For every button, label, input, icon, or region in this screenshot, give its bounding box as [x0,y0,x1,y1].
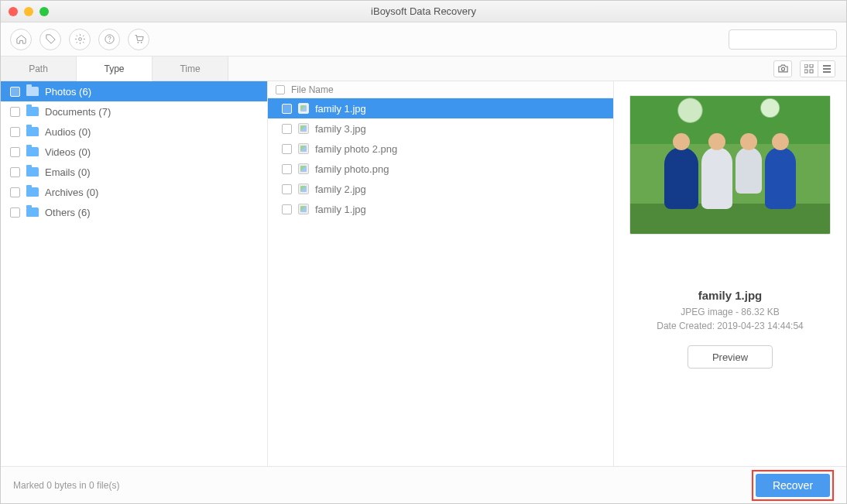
family-photo-illustration [630,96,830,234]
image-file-icon [298,123,309,134]
checkbox[interactable] [282,204,292,214]
app-window: iBoysoft Data Recovery ✕ Path Type Time [0,0,847,504]
checkbox[interactable] [10,187,20,197]
tab-type[interactable]: Type [77,57,153,81]
image-file-icon [298,204,309,214]
grid-icon [804,64,814,74]
cart-button[interactable] [128,29,149,50]
checkbox[interactable] [10,207,20,218]
checkbox[interactable] [10,87,20,97]
svg-rect-10 [810,70,813,73]
sidebar-item-label: Photos (6) [45,86,91,98]
tab-time[interactable]: Time [153,57,228,81]
image-file-icon [298,183,309,194]
question-icon [104,33,115,45]
camera-icon [777,63,789,74]
file-row[interactable]: family 1.jpg [268,199,613,219]
help-button[interactable] [98,29,120,50]
folder-icon [26,207,39,217]
sidebar-item-others[interactable]: Others (6) [1,202,267,222]
file-name: family 1.jpg [315,103,366,115]
file-name: family 2.jpg [315,183,366,195]
preview-filename: family 1.jpg [698,289,763,302]
view-mode-toggle [800,60,835,77]
home-button[interactable] [10,29,32,50]
sidebar-item-audios[interactable]: Audios (0) [1,122,267,142]
svg-point-2 [108,41,109,42]
image-file-icon [298,103,309,114]
tag-icon [45,33,57,45]
view-buttons [773,57,846,81]
sidebar-item-label: Others (6) [45,207,91,218]
folder-icon [26,107,39,116]
preview-thumbnail [629,95,831,235]
preview-button[interactable]: Preview [688,345,773,369]
column-header-filename: File Name [291,84,334,95]
checkbox[interactable] [282,144,292,154]
sidebar-item-label: Audios (0) [45,126,91,138]
file-row[interactable]: family 3.jpg [268,118,613,139]
sidebar-item-videos[interactable]: Videos (0) [1,142,267,162]
folder-icon [26,87,39,96]
sidebar-item-label: Archives (0) [45,187,98,198]
content-area: Photos (6) Documents (7) Audios (0) Vide… [1,81,846,466]
recover-button[interactable]: Recover [756,474,830,497]
file-row[interactable]: family 2.jpg [268,179,613,199]
gear-icon [74,33,86,45]
file-name: family 3.jpg [315,123,366,135]
tag-button[interactable] [39,29,61,50]
file-row[interactable]: family 1.jpg [268,98,613,118]
sidebar-item-photos[interactable]: Photos (6) [1,81,267,101]
svg-rect-9 [804,70,808,73]
image-file-icon [298,163,309,174]
checkbox[interactable] [282,104,292,114]
file-name: family photo.png [315,163,389,175]
svg-point-3 [137,42,139,43]
grid-view-button[interactable] [801,61,818,77]
image-file-icon [298,143,309,154]
snapshot-button[interactable] [773,60,792,77]
checkbox[interactable] [10,167,20,177]
sidebar-item-label: Emails (0) [45,166,91,178]
sidebar-item-label: Videos (0) [45,146,91,158]
preview-file-meta: JPEG image - 86.32 KB [681,307,779,317]
checkbox[interactable] [282,164,292,174]
svg-point-6 [781,67,784,70]
checkbox[interactable] [10,107,20,117]
recover-highlight: Recover [752,470,834,501]
pivot-tabs: Path Type Time [1,57,228,81]
folder-icon [26,127,39,136]
list-view-button[interactable] [818,61,835,77]
folder-icon [26,147,39,156]
settings-button[interactable] [69,29,91,50]
folder-icon [26,167,39,177]
file-name: family 1.jpg [315,204,366,215]
sub-toolbar: Path Type Time [1,57,846,81]
select-all-checkbox[interactable] [276,85,285,94]
file-name: family photo 2.png [315,143,397,155]
sidebar-item-documents[interactable]: Documents (7) [1,101,267,122]
checkbox[interactable] [282,184,292,194]
tab-path[interactable]: Path [1,57,77,81]
svg-rect-8 [810,64,813,67]
checkbox[interactable] [282,124,292,134]
file-row[interactable]: family photo 2.png [268,139,613,159]
svg-rect-7 [804,64,808,67]
preview-pane: family 1.jpg JPEG image - 86.32 KB Date … [614,81,846,466]
checkbox[interactable] [10,147,20,157]
search-input[interactable] [734,34,847,45]
folder-icon [26,187,39,197]
marked-status: Marked 0 bytes in 0 file(s) [13,480,119,491]
home-icon [15,33,27,45]
sidebar-item-archives[interactable]: Archives (0) [1,182,267,202]
file-list: family 1.jpg family 3.jpg family photo 2… [268,98,613,219]
file-list-header[interactable]: File Name [268,81,613,98]
sidebar-item-emails[interactable]: Emails (0) [1,162,267,182]
search-box[interactable]: ✕ [729,29,837,50]
svg-point-4 [140,42,142,43]
preview-file-date: Date Created: 2019-04-23 14:44:54 [657,321,803,331]
window-title: iBoysoft Data Recovery [1,5,846,17]
checkbox[interactable] [10,127,20,137]
file-row[interactable]: family photo.png [268,159,613,179]
sidebar-item-label: Documents (7) [45,106,111,118]
